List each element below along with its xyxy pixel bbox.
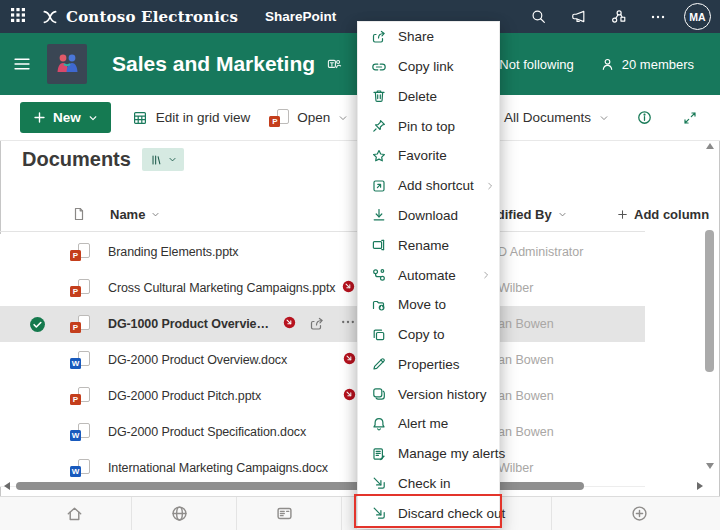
home-icon bbox=[65, 504, 84, 523]
search-icon bbox=[530, 8, 547, 25]
menu-item-label: Favorite bbox=[398, 148, 447, 163]
menu-item-delete[interactable]: Delete bbox=[358, 82, 499, 112]
menu-item-rename[interactable]: Rename bbox=[358, 230, 499, 260]
menu-item-share[interactable]: Share bbox=[358, 22, 499, 52]
vscroll-up-arrow[interactable] bbox=[706, 143, 714, 149]
brand-name: Contoso Electronics bbox=[66, 8, 238, 26]
word-file-icon: W bbox=[70, 459, 90, 477]
name-column-header[interactable]: Name bbox=[110, 196, 160, 232]
discard-check-out-icon bbox=[371, 505, 387, 521]
menu-item-label: Move to bbox=[398, 297, 446, 312]
automate-icon bbox=[371, 267, 387, 283]
page-icon bbox=[71, 206, 87, 222]
modified-by-cell: D Administrator bbox=[498, 234, 583, 270]
checked-out-icon bbox=[342, 280, 355, 293]
menu-item-alert-me[interactable]: Alert me bbox=[358, 409, 499, 439]
menu-item-add-shortcut[interactable]: Add shortcut bbox=[358, 171, 499, 201]
table-row[interactable]: PCross Cultural Marketing Campaigns.pptx… bbox=[0, 270, 645, 307]
file-name[interactable]: DG-2000 Product Pitch.pptx bbox=[108, 389, 261, 403]
menu-item-copy-link[interactable]: Copy link bbox=[358, 52, 499, 82]
pin-to-top-icon bbox=[371, 118, 387, 134]
new-button[interactable]: New bbox=[20, 102, 111, 133]
footer-divider bbox=[236, 497, 237, 530]
menu-item-pin-to-top[interactable]: Pin to top bbox=[358, 111, 499, 141]
menu-item-move-to[interactable]: Move to bbox=[358, 290, 499, 320]
table-row[interactable]: PDG-1000 Product Overview.pptxan Bowen bbox=[0, 306, 645, 343]
footer-globe-button[interactable] bbox=[170, 504, 189, 523]
file-type-column-header[interactable] bbox=[71, 196, 87, 232]
sharepoint-label[interactable]: SharePoint bbox=[265, 9, 336, 24]
waffle-icon[interactable] bbox=[10, 7, 26, 27]
org-chart-icon bbox=[610, 8, 627, 25]
copy-link-icon bbox=[371, 59, 387, 75]
table-row[interactable]: PDG-2000 Product Pitch.pptxan Bowen bbox=[0, 378, 645, 415]
file-name[interactable]: DG-2000 Product Specification.docx bbox=[108, 425, 306, 439]
file-name[interactable]: DG-2000 Product Overview.docx bbox=[108, 353, 287, 367]
menu-item-check-in[interactable]: Check in bbox=[358, 468, 499, 498]
checked-out-icon bbox=[343, 352, 356, 365]
vertical-scrollbar-thumb[interactable] bbox=[705, 230, 714, 372]
vscroll-down-arrow[interactable] bbox=[706, 463, 714, 469]
suite-bar-actions: MA bbox=[518, 3, 720, 30]
hscroll-left-arrow[interactable] bbox=[4, 482, 10, 490]
open-label: Open bbox=[297, 110, 330, 125]
table-row[interactable]: WDG-2000 Product Specification.docxan Bo… bbox=[0, 414, 645, 451]
context-menu: ShareCopy linkDeletePin to topFavoriteAd… bbox=[357, 21, 500, 529]
file-name[interactable]: DG-1000 Product Overview.pptx bbox=[108, 317, 276, 331]
menu-item-discard-check-out[interactable]: Discard check out bbox=[358, 498, 499, 528]
footer-divider bbox=[131, 497, 132, 530]
hscroll-right-arrow[interactable] bbox=[697, 482, 703, 490]
menu-item-label: Pin to top bbox=[398, 119, 455, 134]
row-share-button[interactable] bbox=[309, 316, 325, 332]
plus-icon bbox=[617, 209, 628, 220]
megaphone-button[interactable] bbox=[558, 8, 598, 25]
file-name[interactable]: Cross Cultural Marketing Campaigns.pptx bbox=[108, 281, 335, 295]
alert-me-icon bbox=[371, 416, 387, 432]
info-button[interactable] bbox=[636, 109, 653, 126]
download-icon bbox=[371, 207, 387, 223]
open-button[interactable]: P Open bbox=[269, 109, 348, 127]
chevron-right-icon bbox=[481, 270, 491, 280]
footer-home-button[interactable] bbox=[65, 504, 84, 523]
menu-item-label: Share bbox=[398, 29, 434, 44]
add-column-button[interactable]: Add column bbox=[617, 196, 709, 232]
account-avatar[interactable]: MA bbox=[684, 3, 711, 30]
footer-divider bbox=[341, 497, 342, 530]
menu-item-manage-my-alerts[interactable]: Manage my alerts bbox=[358, 439, 499, 469]
table-row[interactable]: PBranding Elements.pptxD Administrator bbox=[0, 234, 645, 271]
footer-add-button[interactable] bbox=[630, 504, 649, 523]
menu-item-properties[interactable]: Properties bbox=[358, 349, 499, 379]
menu-item-favorite[interactable]: Favorite bbox=[358, 141, 499, 171]
expand-button[interactable] bbox=[682, 110, 698, 126]
menu-item-label: Properties bbox=[398, 357, 460, 372]
powerpoint-file-icon: P bbox=[70, 279, 90, 297]
menu-item-download[interactable]: Download bbox=[358, 201, 499, 231]
edit-grid-view-button[interactable]: Edit in grid view bbox=[132, 110, 251, 126]
more-options-button[interactable] bbox=[638, 9, 678, 25]
file-name[interactable]: International Marketing Campaigns.docx bbox=[108, 461, 328, 475]
add-column-label: Add column bbox=[634, 207, 709, 222]
selected-check-icon[interactable] bbox=[29, 316, 46, 333]
menu-item-version-history[interactable]: Version history bbox=[358, 379, 499, 409]
add-circle-icon bbox=[630, 504, 649, 523]
footer-divider bbox=[551, 497, 552, 530]
menu-item-copy-to[interactable]: Copy to bbox=[358, 320, 499, 350]
file-name[interactable]: Branding Elements.pptx bbox=[108, 245, 239, 259]
org-chart-button[interactable] bbox=[598, 8, 638, 25]
globe-icon bbox=[170, 504, 189, 523]
checked-out-icon bbox=[343, 388, 356, 401]
menu-item-automate[interactable]: Automate bbox=[358, 260, 499, 290]
modified-by-cell: Wilber bbox=[498, 270, 533, 306]
share-icon bbox=[309, 316, 325, 332]
checked-out-badge bbox=[342, 279, 355, 297]
footer-news-button[interactable] bbox=[275, 504, 294, 523]
table-row[interactable]: WDG-2000 Product Overview.docxan Bowen bbox=[0, 342, 645, 379]
row-more-button[interactable] bbox=[340, 314, 356, 334]
brand[interactable]: Contoso Electronics bbox=[41, 8, 238, 26]
copy-to-icon bbox=[371, 327, 387, 343]
add-shortcut-icon bbox=[371, 178, 387, 194]
info-icon bbox=[636, 109, 653, 126]
search-button[interactable] bbox=[518, 8, 558, 25]
checked-out-badge bbox=[283, 315, 296, 333]
properties-icon bbox=[371, 356, 387, 372]
